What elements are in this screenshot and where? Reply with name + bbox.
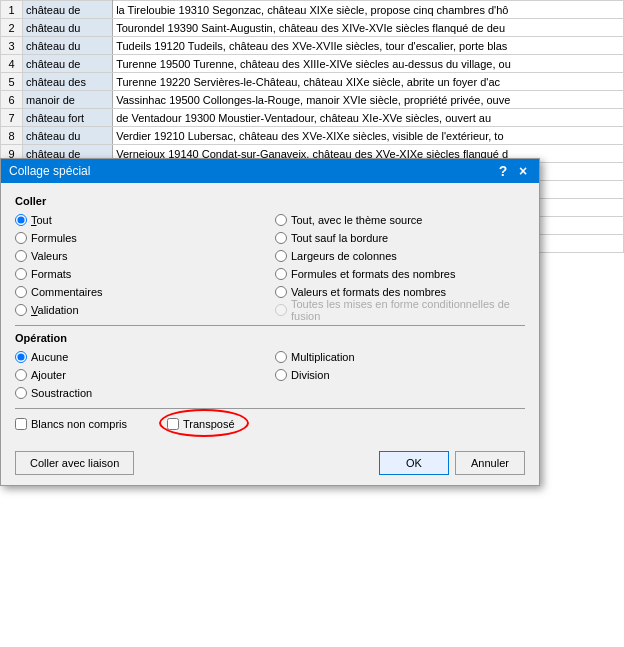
- table-row: 5château desTurenne 19220 Servières-le-C…: [1, 73, 624, 91]
- label-transpose: Transposé: [183, 418, 235, 430]
- label-formats: Formats: [31, 268, 71, 280]
- table-row: 2château duTourondel 19390 Saint-Augusti…: [1, 19, 624, 37]
- radio-aucune[interactable]: [15, 351, 27, 363]
- option-division[interactable]: Division: [275, 366, 525, 384]
- option-formules[interactable]: Formules: [15, 229, 265, 247]
- dialog-footer: Coller avec liaison OK Annuler: [1, 451, 539, 485]
- label-tout-theme: Tout, avec le thème source: [291, 214, 422, 226]
- cell-col-b[interactable]: de Ventadour 19300 Moustier-Ventadour, c…: [113, 109, 624, 127]
- close-button[interactable]: ×: [515, 163, 531, 179]
- option-multiplication[interactable]: Multiplication: [275, 348, 525, 366]
- table-row: 3château duTudeils 19120 Tudeils, châtea…: [1, 37, 624, 55]
- option-tout-sauf-bordure[interactable]: Tout sauf la bordure: [275, 229, 525, 247]
- option-mef-cond: Toutes les mises en forme conditionnelle…: [275, 301, 525, 319]
- table-row: 8château duVerdier 19210 Lubersac, châte…: [1, 127, 624, 145]
- option-commentaires[interactable]: Commentaires: [15, 283, 265, 301]
- row-number: 8: [1, 127, 23, 145]
- radio-mef-cond: [275, 304, 287, 316]
- ok-button[interactable]: OK: [379, 451, 449, 475]
- coller-left-col: Tout Formules Valeurs Formats Commentair…: [15, 211, 265, 319]
- radio-largeurs[interactable]: [275, 250, 287, 262]
- option-blancs[interactable]: Blancs non compris: [15, 415, 127, 433]
- radio-formats[interactable]: [15, 268, 27, 280]
- cell-col-b[interactable]: Verdier 19210 Lubersac, château des XVe-…: [113, 127, 624, 145]
- cell-col-b[interactable]: la Tireloubie 19310 Segonzac, château XI…: [113, 1, 624, 19]
- coller-section-label: Coller: [15, 195, 525, 207]
- dialog-body: Coller Tout Formules Valeurs Forma: [1, 183, 539, 451]
- option-validation[interactable]: Validation: [15, 301, 265, 319]
- option-formules-formats[interactable]: Formules et formats des nombres: [275, 265, 525, 283]
- label-valeurs-formats: Valeurs et formats des nombres: [291, 286, 446, 298]
- option-tout[interactable]: Tout: [15, 211, 265, 229]
- option-soustraction[interactable]: Soustraction: [15, 384, 265, 402]
- row-number: 3: [1, 37, 23, 55]
- operation-right-col: Multiplication Division: [275, 348, 525, 402]
- cell-col-a[interactable]: château de: [23, 1, 113, 19]
- radio-tout[interactable]: [15, 214, 27, 226]
- collage-special-dialog: Collage spécial ? × Coller Tout Formules: [0, 158, 540, 486]
- cell-col-b[interactable]: Turenne 19500 Turenne, château des XIIIe…: [113, 55, 624, 73]
- label-formules-formats: Formules et formats des nombres: [291, 268, 455, 280]
- label-validation: Validation: [31, 304, 79, 316]
- radio-commentaires[interactable]: [15, 286, 27, 298]
- label-valeurs: Valeurs: [31, 250, 67, 262]
- help-button[interactable]: ?: [495, 163, 511, 179]
- option-largeurs[interactable]: Largeurs de colonnes: [275, 247, 525, 265]
- operation-options-grid: Aucune Ajouter Soustraction Multiplicati…: [15, 348, 525, 402]
- operation-left-col: Aucune Ajouter Soustraction: [15, 348, 265, 402]
- cell-col-b[interactable]: Tudeils 19120 Tudeils, château des XVe-X…: [113, 37, 624, 55]
- table-row: 7château fortde Ventadour 19300 Moustier…: [1, 109, 624, 127]
- cell-col-b[interactable]: Tourondel 19390 Saint-Augustin, château …: [113, 19, 624, 37]
- radio-formules-formats[interactable]: [275, 268, 287, 280]
- option-aucune[interactable]: Aucune: [15, 348, 265, 366]
- label-tout-sauf-bordure: Tout sauf la bordure: [291, 232, 388, 244]
- operation-section-label: Opération: [15, 332, 525, 344]
- radio-formules[interactable]: [15, 232, 27, 244]
- cell-col-a[interactable]: château de: [23, 55, 113, 73]
- option-tout-theme[interactable]: Tout, avec le thème source: [275, 211, 525, 229]
- cell-col-a[interactable]: château des: [23, 73, 113, 91]
- radio-valeurs-formats[interactable]: [275, 286, 287, 298]
- coller-right-col: Tout, avec le thème source Tout sauf la …: [275, 211, 525, 319]
- radio-soustraction[interactable]: [15, 387, 27, 399]
- cell-col-b[interactable]: Vassinhac 19500 Collonges-la-Rouge, mano…: [113, 91, 624, 109]
- option-valeurs[interactable]: Valeurs: [15, 247, 265, 265]
- cell-col-a[interactable]: manoir de: [23, 91, 113, 109]
- radio-ajouter[interactable]: [15, 369, 27, 381]
- row-number: 2: [1, 19, 23, 37]
- row-number: 4: [1, 55, 23, 73]
- radio-multiplication[interactable]: [275, 351, 287, 363]
- row-number: 6: [1, 91, 23, 109]
- label-blancs: Blancs non compris: [31, 418, 127, 430]
- option-formats[interactable]: Formats: [15, 265, 265, 283]
- coller-avec-liaison-button[interactable]: Coller avec liaison: [15, 451, 134, 475]
- radio-valeurs[interactable]: [15, 250, 27, 262]
- cell-col-a[interactable]: château fort: [23, 109, 113, 127]
- table-row: 4château deTurenne 19500 Turenne, châtea…: [1, 55, 624, 73]
- table-row: 1château dela Tireloubie 19310 Segonzac,…: [1, 1, 624, 19]
- label-ajouter: Ajouter: [31, 369, 66, 381]
- cell-col-a[interactable]: château du: [23, 127, 113, 145]
- table-row: 6manoir deVassinhac 19500 Collonges-la-R…: [1, 91, 624, 109]
- checkbox-transpose[interactable]: [167, 418, 179, 430]
- cell-col-a[interactable]: château du: [23, 37, 113, 55]
- option-transpose[interactable]: Transposé: [167, 415, 235, 433]
- cell-col-a[interactable]: château du: [23, 19, 113, 37]
- radio-tout-theme[interactable]: [275, 214, 287, 226]
- dialog-title: Collage spécial: [9, 164, 90, 178]
- label-formules: Formules: [31, 232, 77, 244]
- radio-division[interactable]: [275, 369, 287, 381]
- label-tout: Tout: [31, 214, 52, 226]
- annuler-button[interactable]: Annuler: [455, 451, 525, 475]
- bottom-options: Blancs non compris Transposé: [15, 415, 525, 433]
- dialog-title-buttons: ? ×: [495, 163, 531, 179]
- radio-tout-sauf-bordure[interactable]: [275, 232, 287, 244]
- label-mef-cond: Toutes les mises en forme conditionnelle…: [291, 298, 525, 322]
- row-number: 7: [1, 109, 23, 127]
- cell-col-b[interactable]: Turenne 19220 Servières-le-Château, chât…: [113, 73, 624, 91]
- radio-validation[interactable]: [15, 304, 27, 316]
- coller-options-grid: Tout Formules Valeurs Formats Commentair…: [15, 211, 525, 319]
- option-ajouter[interactable]: Ajouter: [15, 366, 265, 384]
- checkbox-blancs[interactable]: [15, 418, 27, 430]
- label-aucune: Aucune: [31, 351, 68, 363]
